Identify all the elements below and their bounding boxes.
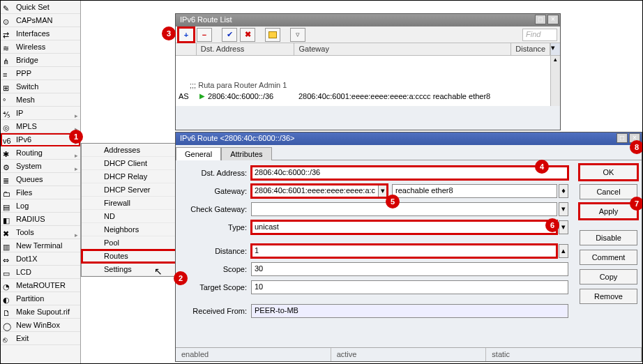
- sidebar-item-label: Dot1X: [16, 255, 38, 263]
- cancel-button[interactable]: Cancel: [580, 184, 637, 199]
- close-button[interactable]: ×: [547, 15, 559, 24]
- check-gateway-dropdown[interactable]: ▾: [559, 202, 568, 216]
- sidebar-item-queues[interactable]: ≣Queues: [1, 173, 80, 186]
- sidebar-item-interfaces[interactable]: ⇄Interfaces: [1, 27, 80, 40]
- grid-body[interactable]: ;;; Ruta para Router Admin 1 AS ▶ 2806:4…: [176, 56, 560, 106]
- distance-stepper[interactable]: ▴: [559, 244, 568, 258]
- disable-button[interactable]: Disable: [580, 230, 637, 245]
- window-titlebar[interactable]: IPv6 Route List □ ×: [176, 14, 560, 26]
- remove-button[interactable]: −: [197, 28, 212, 42]
- sidebar-item-label: Bridge: [16, 56, 38, 64]
- sidebar-item-label: Interfaces: [16, 29, 50, 38]
- comment-button[interactable]: Comment: [580, 250, 637, 265]
- sidebar-item-tools[interactable]: ✖Tools▸: [1, 226, 80, 239]
- sidebar-item-wireless[interactable]: ≋Wireless: [1, 40, 80, 54]
- sidebar-item-radius[interactable]: ◧RADIUS: [1, 213, 80, 226]
- col-flags[interactable]: [176, 43, 197, 55]
- sidebar-item-mpls[interactable]: ◎MPLS▸: [1, 120, 80, 133]
- scope-input[interactable]: 30: [251, 262, 568, 276]
- filter-button[interactable]: ▿: [290, 28, 305, 42]
- sidebar-item-label: Partition: [16, 294, 44, 303]
- toolbar: + − ✔ ✖ ▿ Find: [176, 26, 560, 43]
- ok-button[interactable]: OK: [580, 165, 637, 180]
- sidebar-item-files[interactable]: 🗀Files: [1, 186, 80, 199]
- sidebar-item-label: MPLS: [16, 122, 37, 130]
- submenu-label: DHCP Server: [104, 185, 150, 194]
- sidebar-item-label: Wireless: [16, 43, 45, 51]
- enable-button[interactable]: ✔: [222, 28, 237, 42]
- input-value: 2806:40c:6000::/36: [255, 168, 320, 176]
- remove-button[interactable]: Remove: [580, 289, 637, 304]
- find-input[interactable]: Find: [522, 29, 557, 41]
- button-label: Apply: [599, 207, 619, 215]
- row-flag: AS: [179, 92, 199, 100]
- target-scope-input[interactable]: 10: [251, 280, 568, 294]
- x-icon: ✖: [245, 30, 251, 39]
- window-titlebar[interactable]: IPv6 Route <2806:40c:6000::/36> □ ×: [176, 132, 642, 145]
- label-type: Type:: [183, 223, 251, 232]
- annotation-badge-6: 6: [545, 218, 559, 232]
- tab-general[interactable]: General: [176, 147, 221, 160]
- sidebar-item-label: Exit: [16, 334, 29, 342]
- sidebar-item-label: MetaROUTER: [16, 281, 66, 289]
- maximize-button[interactable]: □: [535, 15, 546, 24]
- apply-button[interactable]: Apply: [580, 204, 637, 219]
- sidebar-item-dot1x[interactable]: ⇔Dot1X: [1, 252, 80, 266]
- col-label: Dst. Address: [201, 45, 244, 53]
- input-value: 30: [255, 264, 263, 273]
- sidebar-item-ppp[interactable]: ≡PPP: [1, 67, 80, 80]
- received-from-value: PEER-to-MB: [251, 304, 568, 318]
- sidebar-item-lcd[interactable]: ▭LCD: [1, 266, 80, 279]
- type-dropdown[interactable]: ▾: [559, 220, 568, 234]
- sidebar-item-label: Queues: [16, 175, 43, 183]
- check-gateway-input[interactable]: [251, 202, 557, 216]
- submenu-label: Firewall: [104, 199, 130, 207]
- col-menu[interactable]: ▾: [550, 43, 560, 55]
- sidebar-item-quick-set[interactable]: ✎Quick Set: [1, 1, 80, 14]
- dst-address-input[interactable]: 2806:40c:6000::/36: [251, 166, 568, 180]
- check-icon: ✔: [227, 30, 233, 39]
- sidebar-item-switch[interactable]: ⊞Switch: [1, 80, 80, 93]
- sidebar-item-label: New Terminal: [16, 241, 62, 250]
- col-distance[interactable]: Distance: [511, 43, 550, 55]
- table-row[interactable]: AS ▶ 2806:40c:6000::/36 2806:40c:6001:ee…: [179, 92, 490, 100]
- distance-input[interactable]: 1: [251, 244, 557, 258]
- sidebar-item-ip[interactable]: ⅘IP▸: [1, 107, 80, 120]
- input-value: reachable ether8: [395, 186, 453, 195]
- sidebar-item-new-terminal[interactable]: ▥New Terminal: [1, 239, 80, 252]
- scroll-up-icon[interactable]: ▴: [551, 56, 560, 63]
- sidebar-item-routing[interactable]: ✱Routing▸: [1, 146, 80, 160]
- col-gateway[interactable]: Gateway: [294, 43, 511, 55]
- submenu-label: DHCP Client: [104, 159, 147, 167]
- sidebar-item-partition[interactable]: ◐Partition: [1, 292, 80, 305]
- gateway-add[interactable]: ♦: [559, 184, 568, 198]
- col-dst-address[interactable]: Dst. Address: [197, 43, 295, 55]
- minus-icon: −: [202, 31, 206, 39]
- window-title: IPv6 Route <2806:40c:6000::/36>: [180, 134, 295, 142]
- submenu-label: Routes: [104, 252, 128, 260]
- sidebar-item-metarouter[interactable]: ◔MetaROUTER: [1, 279, 80, 292]
- copy-button[interactable]: Copy: [580, 269, 637, 285]
- sidebar-item-new-winbox[interactable]: ◯New WinBox: [1, 319, 80, 332]
- window-title: IPv6 Route List: [180, 15, 232, 24]
- maximize-button[interactable]: □: [616, 133, 628, 143]
- add-button[interactable]: +: [179, 28, 194, 42]
- sidebar-item-exit[interactable]: ⎋Exit: [1, 332, 80, 345]
- type-input[interactable]: unicast: [251, 220, 557, 234]
- sidebar-item-capsman[interactable]: ⊙CAPsMAN: [1, 14, 80, 27]
- sidebar-item-ipv6[interactable]: v6IPv6▸: [1, 133, 80, 146]
- sidebar-item-label: Mesh: [16, 96, 35, 104]
- ipv6-route-window: IPv6 Route <2806:40c:6000::/36> □ × Gene…: [175, 132, 642, 362]
- tab-attributes[interactable]: Attributes: [221, 147, 271, 160]
- sidebar-item-system[interactable]: ⚙System▸: [1, 160, 80, 173]
- disable-button[interactable]: ✖: [240, 28, 255, 42]
- gateway-dropdown[interactable]: ▾: [378, 184, 388, 198]
- sidebar-item-make-supout[interactable]: 🗋Make Supout.rif: [1, 305, 80, 319]
- sidebar-item-mesh[interactable]: °Mesh: [1, 93, 80, 107]
- gateway-input[interactable]: 2806:40c:6001:eeee:eeee:eeee:a:c: [251, 184, 378, 198]
- scrollbar[interactable]: ▴: [550, 56, 560, 106]
- sidebar-item-log[interactable]: ▤Log: [1, 199, 80, 213]
- comment-button[interactable]: [265, 28, 280, 42]
- sidebar-item-bridge[interactable]: ⋔Bridge: [1, 54, 80, 67]
- sidebar-item-label: Log: [16, 202, 29, 210]
